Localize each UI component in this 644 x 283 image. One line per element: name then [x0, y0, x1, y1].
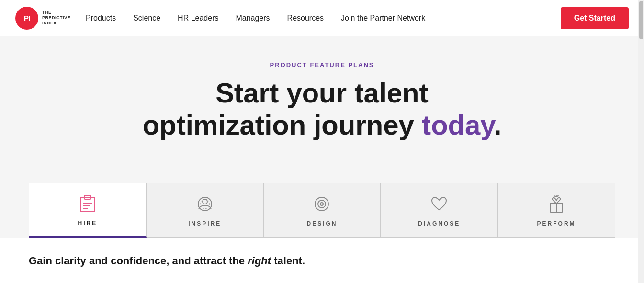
nav-link-hr-leaders[interactable]: HR Leaders	[178, 14, 218, 23]
nav-link-managers[interactable]: Managers	[236, 14, 270, 23]
perform-icon	[545, 192, 568, 215]
tab-design-label: DESIGN	[306, 220, 337, 227]
svg-point-6	[203, 199, 207, 204]
logo-circle: PI	[15, 7, 38, 30]
bottom-text-prefix: Gain clarity and confidence, and attract…	[29, 255, 248, 267]
bottom-text-italic: right	[248, 255, 271, 267]
nav-links: Products Science HR Leaders Managers Res…	[86, 14, 561, 23]
tab-inspire-label: INSPIRE	[188, 220, 221, 227]
tab-hire[interactable]: HIRE	[29, 183, 147, 238]
svg-point-9	[318, 200, 326, 208]
bottom-text-suffix: talent.	[271, 255, 305, 267]
svg-point-10	[320, 203, 323, 205]
diagnose-icon	[428, 192, 451, 215]
design-icon	[310, 192, 333, 215]
nav-link-resources[interactable]: Resources	[287, 14, 324, 23]
scrollbar-thumb	[639, 1, 643, 39]
tab-design[interactable]: DESIGN	[264, 183, 381, 238]
hero-title-line1: Start your talent	[215, 77, 429, 108]
tab-perform[interactable]: PERFORM	[498, 183, 615, 238]
nav-link-science[interactable]: Science	[133, 14, 160, 23]
tab-hire-label: HIRE	[78, 220, 98, 226]
tab-inspire[interactable]: INSPIRE	[147, 183, 264, 238]
navbar: PI THE PREDICTIVE INDEX Products Science…	[0, 0, 644, 36]
tabs-section: HIRE INSPIRE	[0, 160, 644, 238]
bottom-text: Gain clarity and confidence, and attract…	[29, 255, 615, 267]
nav-link-products[interactable]: Products	[86, 14, 116, 23]
hero-section: PRODUCT FEATURE PLANS Start your talent …	[0, 36, 644, 160]
logo-initials: PI	[24, 14, 30, 22]
nav-link-partner-network[interactable]: Join the Partner Network	[341, 14, 425, 23]
hero-title-highlight: today	[422, 109, 494, 140]
tab-diagnose[interactable]: DIAGNOSE	[381, 183, 498, 238]
tab-perform-label: PERFORM	[537, 220, 576, 227]
logo[interactable]: PI THE PREDICTIVE INDEX	[15, 7, 70, 30]
hero-eyebrow: PRODUCT FEATURE PLANS	[19, 61, 625, 68]
scrollbar[interactable]	[638, 0, 644, 277]
hero-title: Start your talent optimization journey t…	[19, 77, 625, 141]
hero-title-line2-prefix: optimization journey	[143, 109, 422, 140]
hero-title-suffix: .	[494, 109, 501, 140]
hire-icon	[76, 192, 99, 215]
tab-diagnose-label: DIAGNOSE	[418, 220, 460, 227]
get-started-button[interactable]: Get Started	[561, 7, 629, 29]
inspire-icon	[193, 192, 216, 215]
svg-point-8	[315, 197, 328, 211]
bottom-section: Gain clarity and confidence, and attract…	[0, 238, 644, 277]
logo-text: THE PREDICTIVE INDEX	[42, 10, 70, 25]
tabs-row: HIRE INSPIRE	[29, 183, 615, 238]
